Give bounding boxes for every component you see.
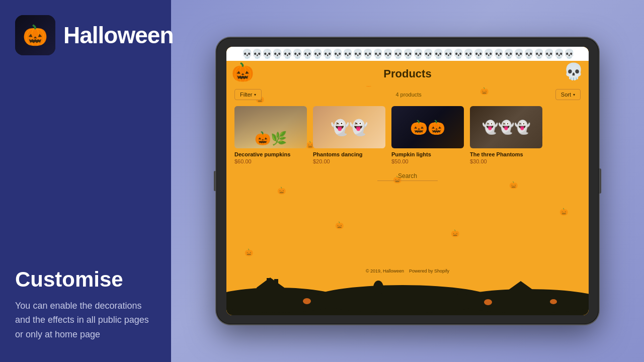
product-card-1[interactable]: 🎃🌿 Decorative pumpkins $60.00	[234, 106, 307, 164]
search-label: Search	[377, 172, 438, 181]
app-icon: 🎃	[15, 15, 55, 55]
sort-button[interactable]: Sort ▾	[555, 89, 581, 100]
customise-section: Customise You can enable the decorations…	[15, 268, 156, 342]
customise-title: Customise	[15, 268, 156, 291]
product-count: 4 products	[395, 92, 421, 98]
filter-sort-bar: Filter ▾ 4 products Sort ▾	[226, 86, 589, 103]
graveyard-svg	[226, 275, 589, 315]
product-name-3: Pumpkin lights	[391, 151, 464, 157]
customise-description: You can enable the decorations and the e…	[15, 299, 156, 342]
product-name-4: The three Phantoms	[470, 151, 542, 157]
filter-chevron-icon: ▾	[254, 93, 256, 97]
filter-button[interactable]: Filter ▾	[234, 89, 262, 100]
svg-rect-14	[463, 294, 467, 302]
product-name-2: Phantoms dancing	[313, 151, 385, 157]
skull-icons: 💀💀💀💀💀💀💀💀💀💀💀💀💀💀💀💀💀💀💀💀💀💀💀💀💀💀💀💀💀💀💀💀💀	[242, 48, 574, 59]
store-footer: © 2019, Halloween Powered by Shopify	[226, 267, 589, 315]
product-image-three-phantoms: 👻👻👻	[470, 106, 542, 148]
store-page: 💀💀💀💀💀💀💀💀💀💀💀💀💀💀💀💀💀💀💀💀💀💀💀💀💀💀💀💀💀💀💀💀💀 🎃 🎃 🎃 …	[226, 47, 589, 315]
filter-label: Filter	[240, 92, 252, 98]
app-title: Halloween	[63, 22, 174, 49]
product-image-pumpkin-lights: 🎃🎃	[391, 106, 464, 148]
svg-rect-12	[327, 295, 331, 302]
svg-rect-15	[443, 292, 444, 300]
product-image-phantoms-dancing: 👻👻	[313, 106, 385, 148]
product-price-4: $30.00	[470, 158, 542, 164]
svg-point-18	[373, 281, 383, 295]
svg-rect-8	[274, 279, 278, 285]
app-header: 🎃 Halloween	[15, 15, 156, 55]
svg-point-21	[303, 298, 311, 304]
product-card-3[interactable]: 🎃🎃 Pumpkin lights $50.00	[391, 106, 464, 164]
footer-copyright: © 2019, Halloween Powered by Shopify	[226, 267, 589, 275]
svg-rect-16	[440, 294, 447, 296]
footer-powered-text: Powered by Shopify	[409, 268, 449, 274]
sort-label: Sort	[561, 92, 571, 98]
skull-border: 💀💀💀💀💀💀💀💀💀💀💀💀💀💀💀💀💀💀💀💀💀💀💀💀💀💀💀💀💀💀💀💀💀	[226, 47, 589, 61]
products-grid: 🎃🌿 Decorative pumpkins $60.00 👻👻 Phantom…	[226, 103, 589, 169]
product-price-3: $50.00	[391, 158, 464, 164]
svg-rect-5	[257, 288, 284, 303]
svg-rect-11	[317, 294, 322, 302]
store-header: 🎃 Products 💀	[226, 61, 589, 86]
skeleton-decoration-icon: 💀	[564, 62, 584, 81]
product-name-1: Decorative pumpkins	[234, 151, 307, 157]
svg-rect-9	[508, 290, 533, 303]
svg-rect-13	[453, 293, 458, 302]
pumpkin-logo-icon: 🎃	[231, 62, 254, 83]
product-price-2: $20.00	[313, 158, 385, 164]
tablet-screen: 💀💀💀💀💀💀💀💀💀💀💀💀💀💀💀💀💀💀💀💀💀💀💀💀💀💀💀💀💀💀💀💀💀 🎃 🎃 🎃 …	[226, 47, 589, 315]
app-icon-emoji: 🎃	[23, 24, 48, 47]
product-price-1: $60.00	[234, 158, 307, 164]
product-card-4[interactable]: 👻👻👻 The three Phantoms $30.00	[470, 106, 542, 164]
graveyard-silhouette	[226, 275, 589, 315]
skull-row: 💀💀💀💀💀💀💀💀💀💀💀💀💀💀💀💀💀💀💀💀💀💀💀💀💀💀💀💀💀💀💀💀💀	[242, 48, 574, 59]
svg-point-22	[484, 299, 492, 305]
search-bar[interactable]: Search	[226, 169, 589, 184]
svg-rect-20	[246, 294, 251, 299]
main-area: 💀💀💀💀💀💀💀💀💀💀💀💀💀💀💀💀💀💀💀💀💀💀💀💀💀💀💀💀💀💀💀💀💀 🎃 🎃 🎃 …	[171, 0, 644, 362]
product-card-2[interactable]: 👻👻 Phantoms dancing $20.00	[313, 106, 385, 164]
page-title: Products	[383, 65, 431, 82]
sidebar: 🎃 Halloween Customise You can enable the…	[0, 0, 171, 362]
tablet-device: 💀💀💀💀💀💀💀💀💀💀💀💀💀💀💀💀💀💀💀💀💀💀💀💀💀💀💀💀💀💀💀💀💀 🎃 🎃 🎃 …	[216, 38, 599, 324]
svg-point-23	[550, 299, 557, 304]
svg-rect-7	[267, 278, 270, 285]
product-image-decorative-pumpkins: 🎃🌿	[234, 106, 307, 148]
footer-copyright-text: © 2019, Halloween	[366, 268, 404, 274]
sort-chevron-icon: ▾	[573, 93, 575, 97]
